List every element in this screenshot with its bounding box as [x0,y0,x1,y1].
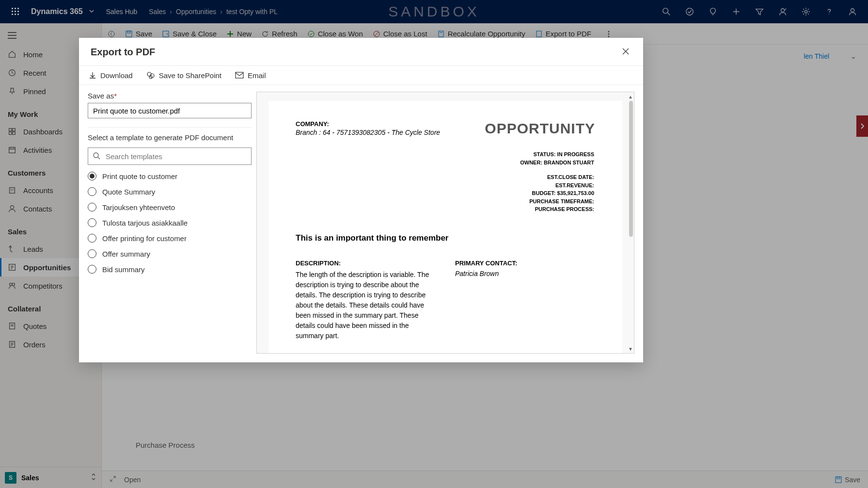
scroll-up-icon[interactable]: ▲ [628,94,633,99]
template-option[interactable]: Print quote to customer [88,172,252,180]
search-templates-input[interactable] [88,147,252,165]
svg-point-44 [94,153,98,158]
primary-contact-label: PRIMARY CONTACT: [455,260,595,267]
primary-contact-value: Patricia Brown [455,270,595,277]
save-sharepoint-button[interactable]: Save to SharePoint [146,71,221,80]
doc-heading: This is an important thing to remember [296,233,595,243]
template-option[interactable]: Bid summary [88,265,252,274]
template-list: Print quote to customer Quote Summary Ta… [88,172,252,274]
email-button[interactable]: Email [235,71,266,80]
radio-icon [88,234,96,243]
doc-title: OPPORTUNITY [485,120,595,137]
template-option[interactable]: Tulosta tarjous asiakkaalle [88,218,252,227]
radio-icon [88,172,96,180]
dialog-left-panel: Save as* Select a template to generate P… [88,92,252,354]
pdf-preview-pane[interactable]: ▲ ▼ COMPANY: Branch : 64 - 7571393082305… [256,92,634,354]
divider [88,127,252,128]
radio-icon [88,187,96,196]
dialog-toolbar: Download Save to SharePoint Email [79,66,643,85]
scroll-down-icon[interactable]: ▼ [628,346,633,351]
download-button[interactable]: Download [89,71,133,80]
save-as-label: Save as* [88,92,252,100]
pdf-page: COMPANY: Branch : 64 - 7571393082305 - T… [268,101,622,354]
export-pdf-dialog: Export to PDF Download Save to SharePoin… [79,38,643,362]
radio-icon [88,249,96,258]
dialog-header: Export to PDF [79,38,643,66]
select-template-label: Select a template to generate PDF docume… [88,133,252,142]
template-option[interactable]: Offer summary [88,249,252,258]
doc-meta: STATUS: IN PROGRESS OWNER: BRANDON STUAR… [520,150,594,213]
radio-icon [88,265,96,274]
template-option[interactable]: Offer printing for customer [88,234,252,243]
template-option[interactable]: Quote Summary [88,187,252,196]
template-option[interactable]: Tarjouksen yhteenveto [88,203,252,211]
description-text: The length of the description is variabl… [296,270,436,341]
close-icon[interactable] [620,46,631,59]
search-icon [93,152,100,161]
description-label: DESCRIPTION: [296,260,436,267]
filename-input[interactable] [88,103,252,118]
radio-icon [88,203,96,211]
scroll-thumb[interactable] [629,101,633,237]
dialog-title: Export to PDF [91,47,155,58]
svg-rect-43 [236,72,243,78]
radio-icon [88,218,96,227]
